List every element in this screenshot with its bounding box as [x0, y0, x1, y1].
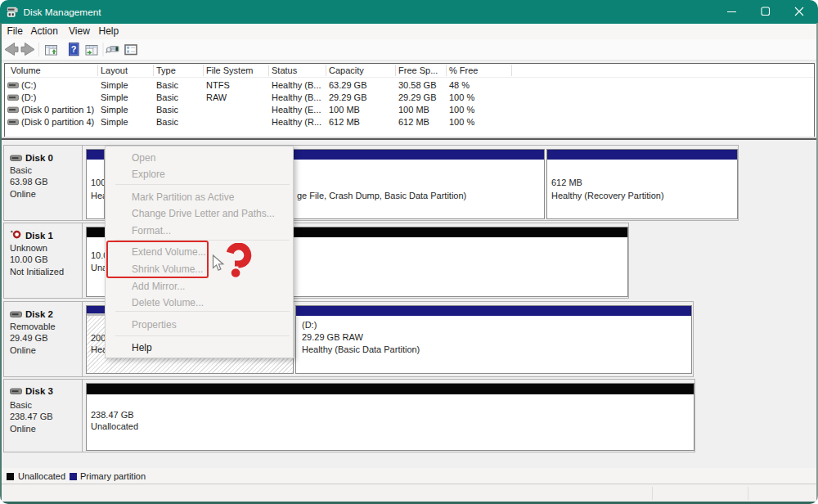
svg-text:?: ? — [71, 44, 77, 54]
